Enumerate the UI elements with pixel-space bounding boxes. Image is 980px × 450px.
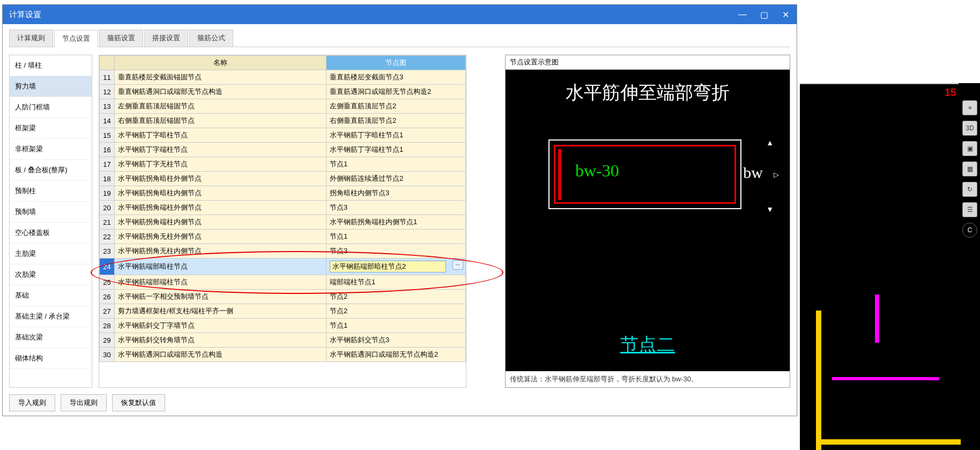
- sidebar-item-defense-door[interactable]: 人防门框墙: [10, 97, 92, 118]
- tab-hoop-settings[interactable]: 箍筋设置: [99, 29, 143, 47]
- sidebar-item-precast-column[interactable]: 预制柱: [10, 181, 92, 202]
- cell-diagram[interactable]: 节点2: [326, 304, 466, 319]
- browse-button[interactable]: ···: [452, 260, 463, 270]
- sidebar-item-masonry[interactable]: 砌体结构: [10, 348, 92, 369]
- sidebar-item-main-rib[interactable]: 主肋梁: [10, 244, 92, 264]
- import-rules-button[interactable]: 导入规则: [9, 394, 55, 411]
- cell-diagram[interactable]: 节点1: [326, 319, 466, 333]
- cad-tool-icon[interactable]: 3D: [962, 121, 977, 136]
- cell-name[interactable]: 水平钢筋拐角端柱外侧节点: [115, 201, 326, 215]
- cell-diagram[interactable]: 外侧钢筋连续通过节点2: [326, 172, 466, 186]
- cell-diagram[interactable]: 节点3: [326, 201, 466, 215]
- sidebar-item-sub-rib[interactable]: 次肋梁: [10, 264, 92, 285]
- table-row[interactable]: 26水平钢筋一字相交预制墙节点节点2: [100, 290, 466, 304]
- cell-diagram[interactable]: 右侧垂直筋顶层节点2: [326, 114, 466, 128]
- close-button[interactable]: ✕: [781, 10, 790, 19]
- table-row[interactable]: 20水平钢筋拐角端柱外侧节点节点3: [100, 201, 466, 215]
- cell-diagram[interactable]: 节点1: [326, 157, 466, 172]
- cell-name[interactable]: 剪力墙遇框架柱/框支柱/端柱平齐一侧: [115, 304, 326, 319]
- cell-name[interactable]: 水平钢筋拐角暗柱外侧节点: [115, 172, 326, 186]
- tab-node-settings[interactable]: 节点设置: [54, 30, 98, 47]
- table-row[interactable]: 15水平钢筋丁字暗柱节点水平钢筋丁字暗柱节点1: [100, 128, 466, 143]
- table-row[interactable]: 14右侧垂直筋顶层锚固节点右侧垂直筋顶层节点2: [100, 114, 466, 128]
- cell-diagram[interactable]: 端部端柱节点1: [326, 275, 466, 290]
- sidebar-item-foundation[interactable]: 基础: [10, 285, 92, 306]
- tab-hoop-formula[interactable]: 箍筋公式: [189, 29, 233, 47]
- cell-diagram-edit[interactable]: 水平钢筋端部暗柱节点2: [330, 261, 446, 272]
- cell-diagram[interactable]: 节点2: [326, 290, 466, 304]
- cell-name[interactable]: 水平钢筋斜交转角墙节点: [115, 333, 326, 348]
- cell-name[interactable]: 水平钢筋一字相交预制墙节点: [115, 290, 326, 304]
- sidebar-item-precast-wall[interactable]: 预制墙: [10, 202, 92, 223]
- sidebar-item-foundation-main-beam[interactable]: 基础主梁 / 承台梁: [10, 306, 92, 327]
- table-row[interactable]: 22水平钢筋拐角无柱外侧节点节点1: [100, 230, 466, 244]
- component-sidebar: 柱 / 墙柱 剪力墙 人防门框墙 框架梁 非框架梁 板 / 叠合板(整厚) 预制…: [9, 55, 92, 388]
- cell-diagram[interactable]: 拐角暗柱内侧节点3: [326, 186, 466, 201]
- cad-tool-icon[interactable]: ▣: [962, 141, 977, 156]
- export-rules-button[interactable]: 导出规则: [61, 394, 107, 411]
- cell-diagram[interactable]: 水平钢筋斜交节点3: [326, 333, 466, 348]
- table-row[interactable]: 18水平钢筋拐角暗柱外侧节点外侧钢筋连续通过节点2: [100, 172, 466, 186]
- cell-name[interactable]: 水平钢筋端部暗柱节点: [115, 259, 326, 275]
- table-row[interactable]: 29水平钢筋斜交转角墙节点水平钢筋斜交节点3: [100, 333, 466, 348]
- table-row[interactable]: 19水平钢筋拐角暗柱内侧节点拐角暗柱内侧节点3: [100, 186, 466, 201]
- table-row[interactable]: 30水平钢筋遇洞口或端部无节点构造水平钢筋遇洞口或端部无节点构造2: [100, 348, 466, 362]
- cell-diagram[interactable]: 水平钢筋拐角端柱内侧节点1: [326, 215, 466, 230]
- table-row[interactable]: 13左侧垂直筋顶层锚固节点左侧垂直筋顶层节点2: [100, 99, 466, 114]
- cell-diagram[interactable]: 水平钢筋端部暗柱节点2···: [326, 259, 466, 275]
- sidebar-item-slab[interactable]: 板 / 叠合板(整厚): [10, 160, 92, 181]
- sidebar-item-frame-beam[interactable]: 框架梁: [10, 118, 92, 139]
- table-row[interactable]: 28水平钢筋斜交丁字墙节点节点1: [100, 319, 466, 333]
- sidebar-item-foundation-sub-beam[interactable]: 基础次梁: [10, 327, 92, 348]
- sidebar-item-hollow-slab[interactable]: 空心楼盖板: [10, 223, 92, 244]
- cell-name[interactable]: 垂直钢筋遇洞口或端部无节点构造: [115, 85, 326, 99]
- table-row[interactable]: 24水平钢筋端部暗柱节点水平钢筋端部暗柱节点2···: [100, 259, 466, 275]
- column-header-name[interactable]: 名称: [115, 56, 326, 70]
- cell-diagram[interactable]: 节点1: [326, 230, 466, 244]
- cell-name[interactable]: 水平钢筋丁字无柱节点: [115, 157, 326, 172]
- cell-name[interactable]: 左侧垂直筋顶层锚固节点: [115, 99, 326, 114]
- diagram-node-label[interactable]: 节点二: [506, 333, 790, 357]
- table-row[interactable]: 17水平钢筋丁字无柱节点节点1: [100, 157, 466, 172]
- table-row[interactable]: 12垂直钢筋遇洞口或端部无节点构造垂直筋遇洞口或端部无节点构造2: [100, 85, 466, 99]
- cell-name[interactable]: 水平钢筋端部端柱节点: [115, 275, 326, 290]
- cad-tool-icon[interactable]: ⌖: [962, 100, 977, 115]
- cell-diagram[interactable]: 水平钢筋丁字暗柱节点1: [326, 128, 466, 143]
- cell-name[interactable]: 水平钢筋拐角无柱外侧节点: [115, 230, 326, 244]
- cell-diagram[interactable]: 左侧垂直筋顶层节点2: [326, 99, 466, 114]
- maximize-button[interactable]: ▢: [759, 10, 769, 19]
- cell-name[interactable]: 右侧垂直筋顶层锚固节点: [115, 114, 326, 128]
- cell-name[interactable]: 水平钢筋遇洞口或端部无节点构造: [115, 348, 326, 362]
- cell-diagram[interactable]: 水平钢筋丁字端柱节点1: [326, 143, 466, 157]
- cad-tool-icon[interactable]: ▦: [962, 161, 977, 176]
- column-header-diagram[interactable]: 节点图: [326, 56, 466, 70]
- tab-lap-settings[interactable]: 搭接设置: [144, 29, 188, 47]
- row-number: 11: [100, 70, 115, 85]
- cell-name[interactable]: 水平钢筋丁字端柱节点: [115, 143, 326, 157]
- cell-name[interactable]: 水平钢筋斜交丁字墙节点: [115, 319, 326, 333]
- table-row[interactable]: 11垂直筋楼层变截面锚固节点垂直筋楼层变截面节点3: [100, 70, 466, 85]
- cad-c-icon[interactable]: C: [962, 223, 977, 238]
- table-row[interactable]: 27剪力墙遇框架柱/框支柱/端柱平齐一侧节点2: [100, 304, 466, 319]
- restore-default-button[interactable]: 恢复默认值: [112, 394, 165, 411]
- table-row[interactable]: 21水平钢筋拐角端柱内侧节点水平钢筋拐角端柱内侧节点1: [100, 215, 466, 230]
- cad-tool-icon[interactable]: ☰: [962, 202, 977, 217]
- cell-diagram[interactable]: 垂直筋遇洞口或端部无节点构造2: [326, 85, 466, 99]
- table-row[interactable]: 23水平钢筋拐角无柱内侧节点节点3: [100, 244, 466, 259]
- cell-name[interactable]: 水平钢筋拐角暗柱内侧节点: [115, 186, 326, 201]
- cell-name[interactable]: 水平钢筋拐角端柱内侧节点: [115, 215, 326, 230]
- sidebar-item-shearwall[interactable]: 剪力墙: [10, 76, 92, 97]
- cell-name[interactable]: 水平钢筋拐角无柱内侧节点: [115, 244, 326, 259]
- cad-tool-icon[interactable]: ↻: [962, 182, 977, 197]
- cell-name[interactable]: 垂直筋楼层变截面锚固节点: [115, 70, 326, 85]
- tab-calc-rules[interactable]: 计算规则: [9, 29, 53, 47]
- sidebar-item-column[interactable]: 柱 / 墙柱: [10, 55, 92, 76]
- minimize-button[interactable]: —: [738, 10, 747, 19]
- table-row[interactable]: 16水平钢筋丁字端柱节点水平钢筋丁字端柱节点1: [100, 143, 466, 157]
- cell-diagram[interactable]: 垂直筋楼层变截面节点3: [326, 70, 466, 85]
- cell-diagram[interactable]: 水平钢筋遇洞口或端部无节点构造2: [326, 348, 466, 362]
- sidebar-item-nonframe-beam[interactable]: 非框架梁: [10, 139, 92, 160]
- cell-name[interactable]: 水平钢筋丁字暗柱节点: [115, 128, 326, 143]
- table-row[interactable]: 25水平钢筋端部端柱节点端部端柱节点1: [100, 275, 466, 290]
- cell-diagram[interactable]: 节点3: [326, 244, 466, 259]
